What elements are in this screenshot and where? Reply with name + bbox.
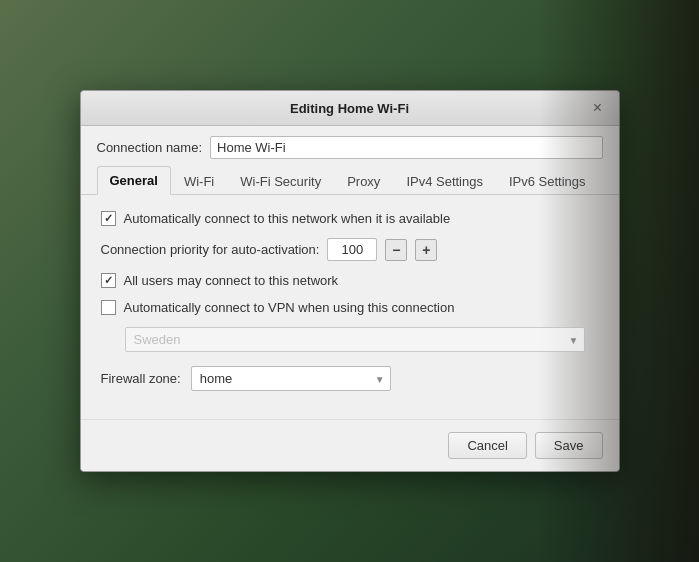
priority-label: Connection priority for auto-activation: <box>101 242 320 257</box>
vpn-dropdown-row: Sweden ▼ <box>125 327 599 352</box>
tab-wifi[interactable]: Wi-Fi <box>171 166 227 195</box>
general-tab-content: Automatically connect to this network wh… <box>81 195 619 419</box>
all-users-checkbox[interactable] <box>101 273 116 288</box>
connection-name-input[interactable] <box>210 136 602 159</box>
firewall-row: Firewall zone: home work public ▼ <box>101 366 599 391</box>
priority-row: Connection priority for auto-activation:… <box>101 238 599 261</box>
connection-name-row: Connection name: <box>81 126 619 165</box>
firewall-zone-label: Firewall zone: <box>101 371 181 386</box>
vpn-row: Automatically connect to VPN when using … <box>101 300 599 315</box>
vpn-label: Automatically connect to VPN when using … <box>124 300 455 315</box>
dialog: Editing Home Wi-Fi × Connection name: Ge… <box>80 90 620 472</box>
firewall-zone-select[interactable]: home work public <box>191 366 391 391</box>
vpn-select[interactable]: Sweden <box>125 327 585 352</box>
firewall-dropdown-wrapper: home work public ▼ <box>191 366 391 391</box>
priority-increase-button[interactable]: + <box>415 239 437 261</box>
tab-proxy[interactable]: Proxy <box>334 166 393 195</box>
vpn-checkbox[interactable] <box>101 300 116 315</box>
tabs: General Wi-Fi Wi-Fi Security Proxy IPv4 … <box>81 165 619 195</box>
close-button[interactable]: × <box>589 99 607 117</box>
vpn-dropdown-wrapper: Sweden ▼ <box>125 327 585 352</box>
all-users-row: All users may connect to this network <box>101 273 599 288</box>
titlebar: Editing Home Wi-Fi × <box>81 91 619 126</box>
cancel-button[interactable]: Cancel <box>448 432 526 459</box>
priority-decrease-button[interactable]: − <box>385 239 407 261</box>
tab-wifi-security[interactable]: Wi-Fi Security <box>227 166 334 195</box>
connection-name-label: Connection name: <box>97 140 203 155</box>
auto-connect-label: Automatically connect to this network wh… <box>124 211 451 226</box>
dialog-title: Editing Home Wi-Fi <box>111 101 589 116</box>
save-button[interactable]: Save <box>535 432 603 459</box>
tab-general[interactable]: General <box>97 166 171 195</box>
dialog-footer: Cancel Save <box>81 419 619 471</box>
auto-connect-row: Automatically connect to this network wh… <box>101 211 599 226</box>
all-users-label: All users may connect to this network <box>124 273 339 288</box>
tab-ipv6-settings[interactable]: IPv6 Settings <box>496 166 599 195</box>
tab-ipv4-settings[interactable]: IPv4 Settings <box>393 166 496 195</box>
priority-input[interactable] <box>327 238 377 261</box>
auto-connect-checkbox[interactable] <box>101 211 116 226</box>
